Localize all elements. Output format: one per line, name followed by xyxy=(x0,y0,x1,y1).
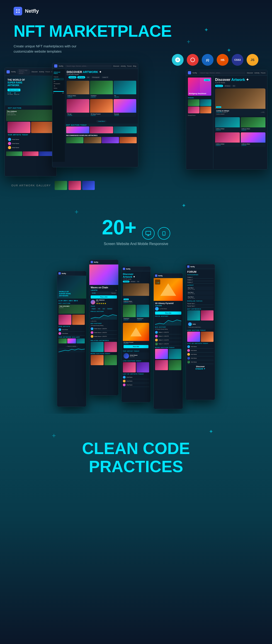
featured-badge: Featured xyxy=(216,106,221,108)
mob-bid-price-history: Price History xyxy=(155,316,181,317)
deco-sparkle-2: ✦ xyxy=(227,47,231,54)
svg-point-0 xyxy=(191,58,194,62)
mob-more-auction-label: More Auction Today xyxy=(155,347,181,348)
art-grid: Lonely as always1.00 ETH Greenforce2.00 … xyxy=(65,80,138,118)
mock-nav-links: Discover Activity Forum Blog xyxy=(32,71,55,72)
mob-featured-card: Featured Lonely as always 2.00 ETH In st… xyxy=(123,283,149,304)
mob-price-chart xyxy=(91,313,117,320)
mob-thumb-orange xyxy=(72,315,85,325)
art-card-thumb-3 xyxy=(114,81,136,94)
mob-our-artists: OUR ARTISTS xyxy=(58,326,85,327)
mob-bid-list: Bidder Name • 1.50 ETH Bidder Name • 1.4… xyxy=(91,327,117,338)
mockup-homepage: Netfly Search tags, themes, artists... D… xyxy=(4,68,57,176)
svg-rect-1 xyxy=(146,231,151,234)
rec-thumb-1 xyxy=(66,137,84,143)
art-thumb-2 xyxy=(31,122,54,133)
mock-logo xyxy=(6,70,10,74)
art-card-1: Lonely as always1.00 ETH xyxy=(67,81,89,98)
mob-related-label: RELATED ARTWORKS xyxy=(91,340,117,341)
discover-main: DISCOVER ARTWORK ✦ 3,150,000 results Fea… xyxy=(65,69,138,162)
artist-avatar-3 xyxy=(8,146,11,149)
mob-more-auction-grid-4b xyxy=(155,360,181,370)
hot-auction-today: HOT AUCTION TODAY xyxy=(65,124,138,134)
mob-lifelines: THE LIFELINES By artist xyxy=(58,305,85,314)
mob-nav-5: Netfly xyxy=(186,264,215,269)
mobile-card-bid: Netfly ◇ 0.8k 3D Glasey Pyramid 2.00 ETH… xyxy=(154,273,183,409)
discover-content: Advanced Filters Featured ■ All Artists … xyxy=(52,69,138,162)
pyramid-shape xyxy=(130,327,142,336)
art-card-thumb-5 xyxy=(90,99,113,113)
rec-thumb-4 xyxy=(120,137,137,143)
featured-artwork-card: Featured Lonely as always 2.00 ETH In st… xyxy=(215,88,266,116)
filter-bar: Featured All Items Art Photograph Latest… xyxy=(67,75,136,79)
art-card-2: Greenforce2.00 ETH xyxy=(90,81,113,98)
our-artists-label: OUR ARTISTS TODAY xyxy=(6,133,55,136)
art-card-5: 3D Glasey Pyramid3.00 ETH xyxy=(90,99,113,117)
featured-artist: Lisotta Lampard xyxy=(216,113,264,115)
logo-text: Netfly xyxy=(25,8,39,14)
mob-artwork-title: Waves on Chain xyxy=(91,286,117,289)
right-filter-featured: Featured xyxy=(215,85,223,87)
screens-device-icons xyxy=(142,227,170,240)
clean-code-title-line2: Practices xyxy=(14,458,258,476)
mob-artwork-hero xyxy=(89,264,118,285)
bid-pyramid-shape xyxy=(160,283,176,296)
mob-bid-history-label: Bid History xyxy=(91,323,117,324)
mock-discover-btn: discover more xyxy=(8,89,20,91)
mock-nav-right: Netfly Search tags, themes, artists... D… xyxy=(186,70,267,76)
mock-search-bar: Search tags, themes, artists... xyxy=(17,69,30,74)
artist-list: Artist Name Artist Name Artist Name xyxy=(6,136,55,150)
mob-bid-artist: by Artist Name xyxy=(155,307,181,310)
mob-pyramid-card: 3D Glasey Pyramid 3.00 ETH Place Bid xyxy=(123,323,149,350)
featured-price: 2.00 ETH In stock: 3 xyxy=(216,112,228,113)
mob-artists-list-3: Artist Name Artist Name Artist Name xyxy=(123,376,149,387)
mob-bid-artwork: ◇ 0.8k xyxy=(154,278,183,301)
right-filter-all: All Items xyxy=(224,85,231,87)
mob-bidders-list: Bidder 1 • 2.50 ETH Bidder 2 • 2.30 ETH … xyxy=(155,330,181,346)
art-thumb-1 xyxy=(8,122,30,133)
mob-timer: 14:45 Time left xyxy=(91,292,117,294)
mock-nav-links-right: Discover Activity Forum xyxy=(247,72,266,74)
mob-hot-auction: HOT AUCTION xyxy=(58,302,85,304)
hero-title: NFT MARKETPLACE xyxy=(14,22,258,40)
discover-sidebar: Advanced Filters Featured ■ All Artists … xyxy=(52,69,65,162)
gallery-preview xyxy=(6,151,55,156)
right-filters: Featured All Items Art xyxy=(215,85,266,87)
hot-auction-label: HOT AUCTION xyxy=(6,106,55,110)
rec-thumb-2 xyxy=(84,137,101,143)
mock-nav-left: Netfly Search tags, themes, artists... D… xyxy=(5,68,56,76)
mob-forum-posts: Netfly Forum post content here... xyxy=(187,322,214,329)
mob-artists-list-5: Artist Name Artist Name Artist Name Arti… xyxy=(187,345,214,364)
mobile-card-discover: Netfly DiscoverArtwork ✦ 3.15 M results … xyxy=(121,266,151,402)
art-card-3: Vox1.50 ETH xyxy=(114,81,136,98)
mob-tags-label: Tags xyxy=(91,306,117,307)
mob-artist-list-1: Artist Name Artist Name xyxy=(58,328,85,336)
mob-popular-topics: Popular Topic 1 Popular Topic 2 xyxy=(187,302,214,308)
art-card-thumb-6 xyxy=(114,99,136,113)
artist-profile-card: Wolfgang Slashhaut Follow xyxy=(188,78,211,96)
header: Netfly xyxy=(0,0,272,20)
right-filter-art: Art xyxy=(232,85,236,87)
artist-avatar-1 xyxy=(8,138,11,141)
filter-photo: Photograph xyxy=(91,76,100,78)
mob-bid-btn: Place a Bid xyxy=(91,295,117,298)
lifelines-title: The Lifelines xyxy=(7,110,54,112)
right-discover-panel: Discover Artwork ✦ 3,15 M results Featur… xyxy=(213,76,267,169)
clean-code-title-line1: Clean Code xyxy=(14,440,258,458)
deco-sparkle-1: ✦ xyxy=(204,27,208,33)
mob-discover-grid: Greenforce 2.00 ETH DreamForce 2.50 ETH xyxy=(123,305,149,322)
mob-bid-btn-2: Place Bid xyxy=(124,345,148,348)
mob-bid-price: 2.00 ETH xyxy=(155,305,181,306)
mock-nav-center: Netfly Search tags, themes, artists... D… xyxy=(52,63,138,69)
right-art-card-4: Lonely as always2.00 ETH xyxy=(241,132,266,147)
artist-row-2: Artist Name xyxy=(8,142,53,146)
artwork-grid-left xyxy=(6,122,55,133)
mock-logo-right xyxy=(188,71,191,74)
mob-list-artists-label-5: LIST OF ARTISTS TODAY xyxy=(187,343,214,344)
mob-more-auction: MORE AUCTION TODAY xyxy=(91,353,117,354)
discover-title: DISCOVER ARTWORK ✦ xyxy=(67,70,136,74)
right-content: Wolfgang Slashhaut Follow Artworks Dream… xyxy=(186,76,267,169)
mob-list-artists-label: LIST OF ARTISTS TODAY xyxy=(123,373,149,375)
mobile-card-artwork-detail: Netfly Waves on Chain 1.00 ETH 1/1 14:45… xyxy=(89,260,118,396)
artist-follow-btn: Follow xyxy=(204,79,210,81)
